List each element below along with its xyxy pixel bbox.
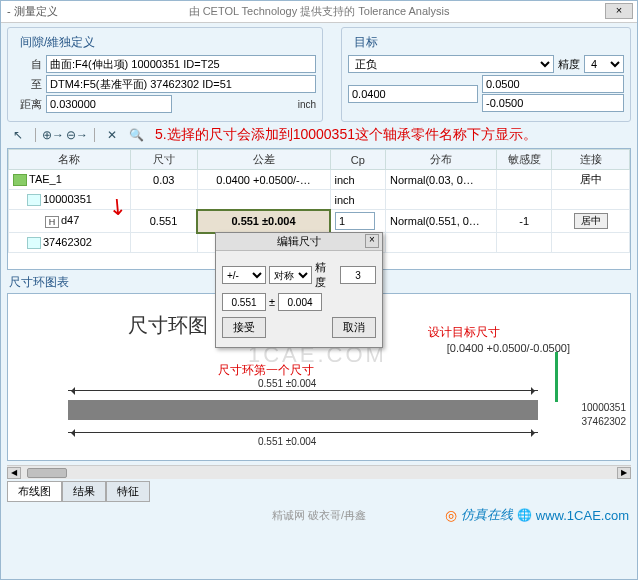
app-window: - 測量定义 由 CETOL Technology 提供支持的 Toleranc… xyxy=(0,0,638,580)
dim-value-upper: 0.551 ±0.004 xyxy=(258,378,316,389)
tab-features[interactable]: 特征 xyxy=(106,481,150,502)
remove-icon[interactable]: ⊖→ xyxy=(68,127,86,143)
col-dim: 尺寸 xyxy=(130,150,197,170)
to-label: 至 xyxy=(14,77,42,92)
target-type-select[interactable]: 正负 xyxy=(348,55,554,73)
center-value[interactable]: 0.0400 xyxy=(348,85,478,103)
from-label: 自 xyxy=(14,57,42,72)
precision-label: 精度 xyxy=(558,57,580,72)
table-header-row: 名称 尺寸 公差 Cp 分布 敏感度 连接 xyxy=(9,150,630,170)
tree-icon: H xyxy=(45,216,59,228)
row-name: TAE_1 xyxy=(29,173,62,185)
nominal-input[interactable] xyxy=(222,293,266,311)
from-input[interactable] xyxy=(46,55,316,73)
close-button[interactable]: × xyxy=(605,3,633,19)
titlebar-center: 由 CETOL Technology 提供支持的 Tolerance Analy… xyxy=(189,4,450,19)
col-conn: 连接 xyxy=(552,150,630,170)
table-row[interactable]: 10000351inch xyxy=(9,190,630,210)
scroll-right-icon[interactable]: ▶ xyxy=(617,467,631,479)
dist-input[interactable] xyxy=(46,95,172,113)
prec-spinner[interactable] xyxy=(340,266,376,284)
scroll-left-icon[interactable]: ◀ xyxy=(7,467,21,479)
globe-icon: 🌐 xyxy=(517,508,532,522)
toolbar: ↖ ⊕→ ⊖→ ✕ 🔍 5.选择的尺寸会添加到10000351这个轴承零件名称下… xyxy=(1,124,637,146)
dialog-title: 编辑尺寸 × xyxy=(216,233,382,251)
col-cp: Cp xyxy=(330,150,385,170)
annotation-text: 5.选择的尺寸会添加到10000351这个轴承零件名称下方显示。 xyxy=(155,126,537,144)
tree-icon xyxy=(27,194,41,206)
col-tol: 公差 xyxy=(197,150,330,170)
pm-label: ± xyxy=(269,296,275,308)
target-label: 设计目标尺寸 xyxy=(428,324,500,341)
accept-button[interactable]: 接受 xyxy=(222,317,266,338)
tree-icon xyxy=(27,237,41,249)
first-dim-label: 尺寸环第一个尺寸 xyxy=(218,362,314,379)
cancel-button[interactable]: 取消 xyxy=(332,317,376,338)
gap-definition-panel: 间隙/維独定义 自 至 距离 inch xyxy=(7,27,323,122)
green-marker-icon xyxy=(555,352,558,402)
add-icon[interactable]: ⊕→ xyxy=(44,127,62,143)
col-name: 名称 xyxy=(9,150,131,170)
chart-title: 尺寸环图 xyxy=(128,312,208,339)
lower-arrow xyxy=(68,432,538,433)
footer-url: www.1CAE.com xyxy=(536,508,629,523)
target-value: [0.0400 +0.0500/-0.0500] xyxy=(447,342,570,354)
upper-value[interactable]: 0.0500 xyxy=(482,75,624,93)
bottom-tabs: 布线图 结果 特征 xyxy=(1,479,637,504)
chart-bar xyxy=(68,400,538,420)
col-dist: 分布 xyxy=(386,150,497,170)
tab-layout[interactable]: 布线图 xyxy=(7,481,62,502)
precision-select[interactable]: 4 xyxy=(584,55,624,73)
tolerance-cell[interactable]: 0.551 ±0.004 xyxy=(197,210,330,233)
to-input[interactable] xyxy=(46,75,316,93)
table-row[interactable]: TAE_10.030.0400 +0.0500/-…inchNormal(0.0… xyxy=(9,170,630,190)
target-title: 目标 xyxy=(348,32,624,53)
scroll-thumb[interactable] xyxy=(27,468,67,478)
footer-brand: 仿真在线 xyxy=(461,506,513,524)
edit-dimension-dialog: 编辑尺寸 × +/- 对称 精度 ± 接受 取消 xyxy=(215,232,383,348)
search-icon[interactable]: 🔍 xyxy=(127,127,145,143)
cursor-icon[interactable]: ↖ xyxy=(9,127,27,143)
connection-button[interactable]: 居中 xyxy=(574,213,608,229)
dialog-title-text: 编辑尺寸 xyxy=(277,234,321,249)
delete-icon[interactable]: ✕ xyxy=(103,127,121,143)
tol-input[interactable] xyxy=(278,293,322,311)
tolerance-cell[interactable]: 0.0400 +0.0500/-… xyxy=(197,170,330,190)
series-1: 10000351 xyxy=(582,402,627,413)
table-row[interactable]: Hd470.5510.551 ±0.004Normal(0.551, 0…-1居… xyxy=(9,210,630,233)
footer: 精诚网 破衣哥/冉鑫 ◎ 仿真在线 🌐 www.1CAE.com xyxy=(1,504,637,526)
tolerance-cell[interactable] xyxy=(197,190,330,210)
titlebar-left: - 測量定义 xyxy=(7,4,58,19)
row-name: 37462302 xyxy=(43,236,92,248)
dialog-close-button[interactable]: × xyxy=(365,234,379,248)
panel-title: 间隙/維独定义 xyxy=(14,32,316,53)
sym-select[interactable]: +/- xyxy=(222,266,266,284)
lower-value[interactable]: -0.0500 xyxy=(482,94,624,112)
footer-credit: 精诚网 破衣哥/冉鑫 xyxy=(272,508,366,523)
h-scrollbar[interactable]: ◀ ▶ xyxy=(7,465,631,479)
upper-arrow xyxy=(68,390,538,391)
dim-value-lower: 0.551 ±0.004 xyxy=(258,436,316,447)
unit-label: inch xyxy=(298,99,316,110)
tab-results[interactable]: 结果 xyxy=(62,481,106,502)
tree-icon xyxy=(13,174,27,186)
footer-icon: ◎ xyxy=(445,507,457,523)
col-sens: 敏感度 xyxy=(496,150,551,170)
align-select[interactable]: 对称 xyxy=(269,266,313,284)
dist-label: 距离 xyxy=(14,97,42,112)
target-panel: 目标 正负 精度 4 0.0400 0.0500 -0.0500 xyxy=(341,27,631,122)
prec-label: 精度 xyxy=(315,260,337,290)
row-name: d47 xyxy=(61,214,79,226)
series-2: 37462302 xyxy=(582,416,627,427)
row-name: 10000351 xyxy=(43,193,92,205)
cp-input[interactable] xyxy=(335,212,375,230)
titlebar: - 測量定义 由 CETOL Technology 提供支持的 Toleranc… xyxy=(1,1,637,23)
